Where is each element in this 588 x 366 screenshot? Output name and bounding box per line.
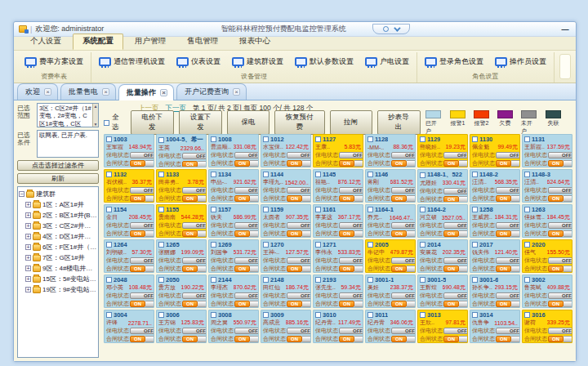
card-checkbox[interactable] [420, 136, 425, 142]
choose-filter-button[interactable]: 点击选择过滤条件 [17, 160, 99, 171]
status-toggle-off[interactable]: OFF [548, 152, 572, 158]
meter-card[interactable]: 3009高成意885.16元保电状态OFF合闸状态ON [261, 310, 311, 343]
card-checkbox[interactable] [420, 242, 425, 248]
meter-card[interactable]: 1270王神-..127.57元保电状态OFF合闸状态ON [261, 239, 311, 273]
card-checkbox[interactable] [211, 207, 216, 212]
card-checkbox[interactable] [420, 312, 425, 318]
expand-icon[interactable]: + [25, 244, 31, 250]
card-checkbox[interactable] [472, 136, 478, 142]
meter-card[interactable]: 1148-1、522尤翅娃330.41元保电状态OFF合闸状态ON [417, 169, 468, 203]
meter-card[interactable]: 1265张丽娜199.09元保电状态OFF合闸状态ON [156, 239, 207, 273]
selected-condition-box[interactable]: 联网表, 已开户表. [37, 130, 99, 158]
status-toggle-off[interactable]: OFF [443, 328, 468, 334]
meter-card[interactable]: 1145祖艳..876.12元保电状态OFF合闸状态ON [313, 169, 363, 203]
status-toggle-on[interactable]: ON [391, 160, 416, 167]
card-checkbox[interactable] [472, 277, 478, 283]
meter-card[interactable]: 1129熊晓娃..19.23元保电状态OFF合闸状态ON [417, 134, 468, 167]
meter-card[interactable]: 3001-6孙长争..293.15元保电状态OFF合闸状态ON [470, 274, 520, 308]
toolbar-button-2[interactable]: 保电 [227, 110, 270, 135]
menu-tab-1[interactable]: 系统配置 [73, 33, 123, 50]
status-toggle-off[interactable]: OFF [130, 222, 154, 229]
status-toggle-off[interactable]: OFF [234, 187, 259, 194]
range-scrollbar[interactable]: ▲ ▼ [92, 104, 98, 127]
ribbon-button[interactable]: 费率方案设置 [20, 54, 87, 69]
doc-tab-3[interactable]: 开户记费查询× [176, 83, 247, 100]
status-toggle-on[interactable]: ON [287, 336, 311, 342]
card-checkbox[interactable] [211, 312, 216, 318]
ribbon-button[interactable]: 操作员设置 [491, 54, 550, 69]
tree-item-2[interactable]: +3区：C区2#井（1#变… [19, 221, 97, 231]
meter-card[interactable]: 1134申品-..921.62元保电状态OFF合闸状态ON [208, 169, 259, 203]
tree-item-8[interactable]: +19区：9#变电站（2#… [19, 284, 97, 295]
card-checkbox[interactable] [263, 172, 269, 177]
refresh-icon[interactable] [383, 26, 389, 32]
ribbon-button[interactable]: 默认参数设置 [291, 54, 358, 69]
status-toggle-off[interactable]: OFF [391, 187, 416, 194]
tree-item-3[interactable]: +4区：D区1#井（D区1… [19, 231, 97, 242]
status-toggle-off[interactable]: OFF [443, 222, 468, 229]
select-all-checkbox[interactable] [104, 120, 109, 126]
meter-card[interactable]: 3014仇鲁争1103.54..保电状态OFF合闸状态ON [470, 310, 520, 343]
ribbon-button[interactable]: 通信管理机设置 [95, 54, 169, 69]
meter-card[interactable]: 1164-1乔元..1646.47..保电状态OFF合闸状态ON [365, 204, 416, 238]
collapse-icon[interactable]: − [19, 191, 24, 197]
tree-item-7[interactable]: +15区：5#变电站（5#变… [19, 274, 97, 284]
status-toggle-off[interactable]: OFF [548, 222, 572, 229]
status-toggle-on[interactable]: ON [130, 336, 154, 342]
status-toggle-off[interactable]: OFF [339, 257, 363, 264]
expand-icon[interactable]: + [25, 276, 31, 282]
card-checkbox[interactable] [420, 277, 425, 283]
status-toggle-on[interactable]: ON [130, 160, 154, 167]
status-toggle-on[interactable]: ON [496, 230, 520, 237]
status-toggle-on[interactable]: ON [339, 195, 363, 202]
status-toggle-off[interactable]: OFF [130, 328, 154, 334]
card-checkbox[interactable] [106, 277, 112, 283]
status-toggle-off[interactable]: OFF [339, 328, 363, 334]
status-toggle-off[interactable]: OFF [391, 257, 416, 264]
status-toggle-on[interactable]: ON [496, 336, 520, 342]
meter-card[interactable]: 1003王军霞148.94元保电状态OFF合闸状态ON [104, 134, 154, 167]
card-checkbox[interactable] [263, 136, 269, 142]
expand-icon[interactable]: + [25, 255, 31, 261]
status-toggle-off[interactable]: OFF [339, 292, 363, 299]
tree-root[interactable]: −建筑群 [19, 189, 97, 199]
meter-card[interactable]: 2050贵方放190.22元保电状态OFF合闸状态ON [156, 274, 207, 308]
status-toggle-off[interactable]: OFF [182, 292, 207, 299]
toolbar-button-3[interactable]: 恢复预付费 [274, 110, 324, 135]
meter-card[interactable]: 1127王康..5.83元保电状态OFF合闸状态ON [313, 134, 363, 167]
status-toggle-on[interactable]: ON [287, 301, 311, 307]
status-toggle-on[interactable]: ON [339, 336, 363, 342]
meter-card[interactable]: 1269刘国争531.72元保电状态OFF合闸状态ON [208, 239, 259, 273]
close-icon[interactable]: × [44, 88, 51, 96]
card-checkbox[interactable] [524, 312, 530, 318]
refresh-button[interactable]: 刷新 [17, 173, 99, 184]
status-toggle-on[interactable]: ON [182, 301, 207, 307]
meter-card[interactable]: 1258王威茜..184.31元保电状态OFF合闸状态ON [470, 204, 520, 238]
card-checkbox[interactable] [106, 172, 112, 177]
status-toggle-off[interactable]: OFF [287, 222, 311, 229]
status-toggle-off[interactable]: OFF [182, 153, 207, 159]
status-toggle-off[interactable]: OFF [234, 152, 259, 158]
status-toggle-off[interactable]: OFF [339, 152, 363, 158]
card-checkbox[interactable] [368, 172, 373, 177]
status-toggle-on[interactable]: ON [234, 195, 259, 202]
status-toggle-on[interactable]: ON [182, 266, 207, 272]
status-toggle-on[interactable]: ON [339, 266, 363, 272]
status-toggle-off[interactable]: OFF [496, 328, 520, 334]
meter-card[interactable]: 2144李瑾杰870.62元保电状态OFF合闸状态ON [208, 274, 259, 308]
meter-card[interactable]: 2193张先生..59.34元保电状态OFF合闸状态ON [313, 274, 363, 308]
ribbon-button[interactable]: 仪表设置 [172, 54, 225, 69]
status-toggle-on[interactable]: ON [182, 161, 207, 167]
card-checkbox[interactable] [106, 312, 112, 318]
card-checkbox[interactable] [263, 207, 269, 212]
status-toggle-on[interactable]: ON [130, 266, 154, 272]
card-checkbox[interactable] [158, 172, 164, 177]
card-checkbox[interactable] [524, 277, 530, 283]
status-toggle-on[interactable]: ON [443, 301, 468, 307]
status-toggle-off[interactable]: OFF [391, 152, 416, 158]
meter-card[interactable]: 1263佳妹雪..184.45元保电状态OFF合闸状态ON [522, 204, 572, 238]
ribbon-button[interactable]: 登录角色设置 [421, 54, 488, 69]
meter-card[interactable]: 3001-1吴娃238.37元保电状态OFF合闸状态ON [365, 274, 416, 308]
status-toggle-on[interactable]: ON [234, 301, 259, 307]
ribbon-collapse-pill[interactable] [372, 24, 410, 34]
